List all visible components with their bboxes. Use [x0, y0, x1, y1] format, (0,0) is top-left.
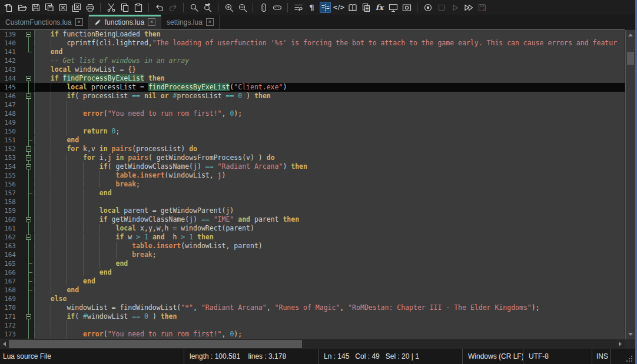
fold-collapse-icon[interactable] [24, 215, 34, 224]
code-line-172[interactable]: 172 [0, 321, 625, 330]
macro-play-icon[interactable] [449, 2, 460, 13]
code-line-141[interactable]: 141 end [0, 48, 625, 56]
code-line-150[interactable]: 150 return 0; [0, 127, 625, 136]
status-insert-mode[interactable]: INS [592, 349, 610, 364]
document-peek-icon[interactable] [401, 2, 412, 13]
print-icon[interactable] [84, 2, 95, 13]
code-line-165[interactable]: 165 end [0, 259, 625, 268]
tab-close-icon[interactable]: × [206, 18, 214, 26]
fold-collapse-icon[interactable] [24, 233, 34, 242]
macro-stop-icon[interactable] [436, 2, 447, 13]
open-folder-icon[interactable] [16, 2, 28, 13]
code-line-146[interactable]: 146 if( processList == nil or #processLi… [0, 92, 625, 101]
code-line-160[interactable]: 160 if getWindowClassName(j) == "IME" an… [0, 215, 625, 224]
scroll-right-arrow-icon[interactable] [616, 339, 625, 349]
fold-collapse-icon[interactable] [24, 153, 34, 162]
code-line-142[interactable]: 142 -- Get list of windows in an array [0, 56, 625, 65]
document-map-icon[interactable] [347, 2, 358, 13]
tab-functions-lua[interactable]: functions.lua× [89, 15, 161, 29]
code-line-154[interactable]: 154 if( getWindowClassName(j) == "Radian… [0, 162, 625, 171]
code-line-159[interactable]: 159 local parent = getWindowParent(j) [0, 206, 625, 215]
macro-save-icon[interactable] [476, 2, 487, 13]
code-line-162[interactable]: 162 if w > 1 and h > 1 then [0, 233, 625, 242]
vertical-scrollbar[interactable] [625, 30, 635, 339]
line-number: 173 [0, 330, 24, 339]
macro-multi-play-icon[interactable] [463, 2, 474, 13]
function-list-icon[interactable]: fx [374, 2, 385, 13]
code-line-157[interactable]: 157 end [0, 189, 625, 198]
horizontal-scroll-thumb[interactable] [9, 340, 302, 348]
sync-horizontal-scroll-icon[interactable] [271, 2, 283, 13]
zoom-in-icon[interactable] [223, 2, 234, 13]
scroll-down-arrow-icon[interactable] [626, 330, 635, 339]
new-file-icon[interactable] [3, 2, 14, 13]
code-line-139[interactable]: 139 if functionBeingLoaded then [0, 30, 625, 39]
code-line-149[interactable]: 149 [0, 118, 625, 127]
code-line-170[interactable]: 170 windowList = findWindowList("*", "Ra… [0, 303, 625, 312]
fold-margin [24, 330, 34, 339]
fold-margin [24, 180, 34, 189]
code-line-140[interactable]: 140 cprintf(cli.lightred,"The loading of… [0, 39, 625, 48]
code-line-148[interactable]: 148 error("You need to run rom first!", … [0, 109, 625, 118]
close-all-icon[interactable] [71, 2, 82, 13]
fold-collapse-icon[interactable] [24, 74, 34, 83]
monitor-icon[interactable] [387, 2, 399, 13]
zoom-out-icon[interactable] [237, 2, 248, 13]
tab-CustomFunctions-lua[interactable]: CustomFunctions.lua× [0, 15, 89, 29]
define-language-icon[interactable]: </> [333, 2, 344, 13]
code-line-161[interactable]: 161 local x,y,w,h = windowRect(parent) [0, 224, 625, 233]
fold-collapse-icon[interactable] [24, 30, 34, 39]
code-editor[interactable]: 139 if functionBeingLoaded then140 cprin… [0, 29, 625, 340]
code-text: end [34, 136, 625, 145]
replace-icon[interactable] [202, 2, 213, 13]
undo-icon[interactable] [154, 2, 165, 13]
show-all-characters-icon[interactable]: ¶ [306, 2, 317, 13]
code-line-144[interactable]: 144 if findProcessByExeList then [0, 74, 625, 83]
tab-close-icon[interactable]: × [148, 18, 155, 26]
indent-guide-icon[interactable] [320, 2, 331, 13]
macro-record-icon[interactable] [422, 2, 433, 13]
code-line-151[interactable]: 151 end [0, 136, 625, 145]
save-all-icon[interactable] [44, 2, 55, 13]
code-line-152[interactable]: 152 for k,v in pairs(processList) do [0, 145, 625, 153]
scroll-left-arrow-icon[interactable] [0, 339, 9, 349]
code-line-169[interactable]: 169 else [0, 295, 625, 303]
code-line-164[interactable]: 164 break; [0, 251, 625, 259]
close-icon[interactable] [57, 2, 68, 13]
status-eol-format[interactable]: Windows (CR LF) [462, 349, 523, 364]
sync-vertical-scroll-icon[interactable] [258, 2, 269, 13]
status-encoding[interactable]: UTF-8 [523, 349, 592, 364]
word-wrap-icon[interactable] [293, 2, 304, 13]
redo-icon[interactable] [167, 2, 178, 13]
scroll-up-arrow-icon[interactable] [626, 31, 635, 39]
tab-settings-lua[interactable]: settings.lua× [161, 15, 220, 29]
fold-collapse-icon[interactable] [24, 312, 34, 321]
paste-icon[interactable] [132, 2, 144, 13]
code-line-156[interactable]: 156 break; [0, 180, 625, 189]
code-line-145[interactable]: 145 local processList = findProcessByExe… [0, 83, 625, 92]
code-line-153[interactable]: 153 for i,j in pairs( getWindowsFromProc… [0, 153, 625, 162]
vertical-scroll-thumb[interactable] [627, 52, 634, 65]
code-line-163[interactable]: 163 table.insert(windowList, parent) [0, 242, 625, 251]
tab-close-icon[interactable]: × [75, 18, 83, 26]
resize-grip[interactable] [626, 355, 632, 362]
code-line-167[interactable]: 167 end [0, 277, 625, 286]
code-line-173[interactable]: 173 error("You need to run rom first!", … [0, 330, 625, 339]
code-line-168[interactable]: 168 end [0, 286, 625, 295]
code-line-166[interactable]: 166 end [0, 268, 625, 277]
code-line-158[interactable]: 158 [0, 198, 625, 206]
document-list-icon[interactable] [360, 2, 371, 13]
fold-collapse-icon[interactable] [24, 145, 34, 153]
copy-icon[interactable] [119, 2, 130, 13]
code-line-143[interactable]: 143 local windowList = {} [0, 65, 625, 74]
code-line-155[interactable]: 155 table.insert(windowList, j) [0, 171, 625, 180]
save-icon[interactable] [30, 2, 41, 13]
find-icon[interactable] [188, 2, 200, 13]
fold-collapse-icon[interactable] [24, 162, 34, 171]
fold-collapse-icon[interactable] [24, 92, 34, 101]
toolbar-separator [218, 3, 218, 12]
horizontal-scrollbar[interactable] [0, 339, 625, 349]
code-line-171[interactable]: 171 if( #windowList == 0 ) then [0, 312, 625, 321]
cut-icon[interactable] [105, 2, 117, 13]
code-line-147[interactable]: 147 [0, 101, 625, 109]
